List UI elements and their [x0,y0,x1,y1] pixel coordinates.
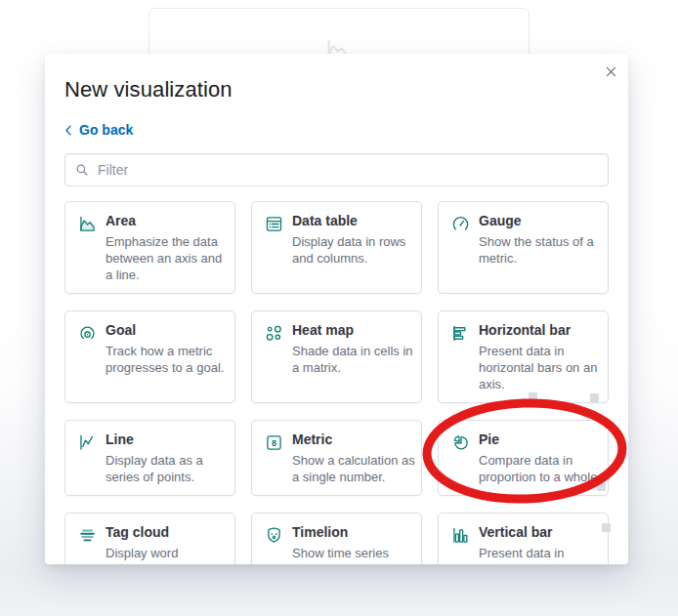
card-area[interactable]: AreaEmphasize the data between an axis a… [64,201,235,294]
annotation-handle [529,392,537,401]
card-description: Compare data in proportion to a whole. [479,452,602,485]
go-back-link[interactable]: Go back [64,122,133,138]
chevron-left-icon [64,124,72,137]
data-table-icon [264,214,284,234]
card-description: Display data as a series of points. [106,452,229,485]
card-description: Shade data in cells in a matrix. [292,343,415,376]
annotation-handle [602,523,611,532]
card-title: Horizontal bar [479,322,602,339]
card-title: Timelion [292,524,415,541]
close-icon[interactable] [602,62,619,80]
card-description: Show the status of a metric. [479,233,602,267]
card-goal[interactable]: GoalTrack how a metric progresses to a g… [64,310,235,403]
gauge-icon [450,214,471,234]
card-metric[interactable]: 8MetricShow a calculation as a single nu… [251,420,422,496]
horizontal-bar-icon [450,323,471,344]
card-line[interactable]: LineDisplay data as a series of points. [64,420,235,496]
filter-search [64,153,609,186]
card-title: Goal [106,322,229,339]
card-vertical-bar[interactable]: Vertical barPresent data in vertical bar… [438,513,609,564]
area-icon [77,214,98,234]
card-title: Heat map [292,322,415,339]
card-description: Emphasize the data between an axis and a… [106,233,229,283]
visualization-type-grid: AreaEmphasize the data between an axis a… [64,201,609,564]
card-description: Display data in rows and columns. [292,233,415,267]
heat-map-icon [264,323,284,344]
card-description: Show a calculation as a single number. [292,452,415,485]
card-title: Pie [479,431,602,448]
card-timelion[interactable]: TimelionShow time series data on a graph… [251,513,422,564]
annotation-handle [597,482,606,491]
annotation-handle [590,393,599,402]
card-title: Vertical bar [479,524,602,541]
card-title: Data table [292,213,415,229]
card-title: Area [106,213,229,229]
metric-icon: 8 [264,432,284,453]
pie-icon [450,432,471,453]
card-title: Tag cloud [106,524,229,541]
filter-input[interactable] [64,153,609,186]
card-description: Show time series data on a graph. [292,545,415,564]
card-horizontal-bar[interactable]: Horizontal barPresent data in horizontal… [438,310,609,403]
svg-text:8: 8 [272,438,276,448]
card-gauge[interactable]: GaugeShow the status of a metric. [438,201,609,294]
goal-icon [77,323,98,344]
modal-title: New visualization [64,77,609,103]
card-data-table[interactable]: Data tableDisplay data in rows and colum… [251,201,422,294]
go-back-label: Go back [79,122,133,138]
card-description: Present data in horizontal bars on an ax… [479,343,602,392]
vertical-bar-icon [450,525,471,546]
card-description: Track how a metric progresses to a goal. [106,343,229,376]
card-description: Display word frequency with font size. [106,545,229,564]
line-icon [77,432,98,453]
card-pie[interactable]: PieCompare data in proportion to a whole… [438,420,609,496]
new-visualization-modal: New visualization Go back AreaEmphasize … [45,54,628,564]
timelion-icon [264,525,284,546]
card-title: Gauge [479,213,602,229]
tag-cloud-icon [77,525,98,546]
card-description: Present data in vertical bars on an axis… [479,545,602,564]
card-heat-map[interactable]: Heat mapShade data in cells in a matrix. [251,310,422,403]
card-title: Metric [292,431,415,448]
card-tag-cloud[interactable]: Tag cloudDisplay word frequency with fon… [64,513,235,564]
card-title: Line [106,431,229,448]
